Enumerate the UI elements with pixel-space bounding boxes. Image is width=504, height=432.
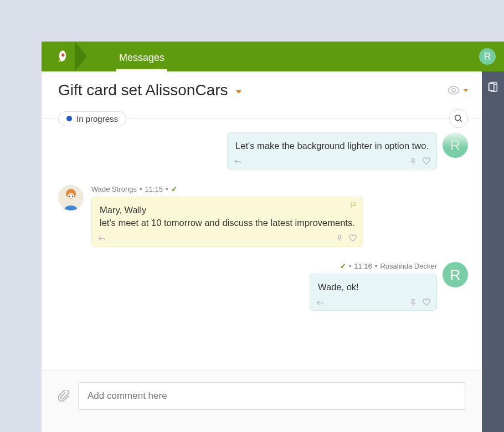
check-icon: ✓ — [171, 185, 177, 193]
message-text: Let's make the background lighter in opt… — [235, 141, 429, 151]
sender-avatar[interactable]: R — [443, 132, 468, 158]
author-name: Rosalinda Decker — [380, 262, 437, 270]
message-row: Let's make the background lighter in opt… — [58, 132, 468, 169]
flag-icon[interactable] — [349, 202, 357, 209]
status-pill[interactable]: In progress — [58, 111, 126, 126]
attach-button[interactable] — [58, 390, 70, 402]
user-avatar[interactable]: R — [479, 48, 496, 65]
svg-point-0 — [61, 53, 65, 56]
message-time: 11:15 — [145, 185, 163, 193]
tab-messages[interactable]: Messages — [108, 52, 176, 71]
check-icon: ✓ — [340, 262, 346, 270]
heart-icon[interactable] — [348, 234, 357, 243]
message-bubble[interactable]: Mary, Wally let's meet at 10 tomorrow an… — [91, 197, 363, 246]
watchers-button[interactable] — [447, 84, 468, 97]
message-meta: Wade Strongs • 11:15 • ✓ — [91, 185, 177, 193]
avatar-initial: R — [450, 137, 461, 154]
bubble-actions — [316, 298, 431, 307]
pin-icon[interactable] — [409, 298, 418, 307]
sender-avatar[interactable]: R — [443, 262, 468, 287]
bubble-actions — [233, 157, 431, 166]
logo-chevron — [75, 42, 87, 71]
svg-point-1 — [452, 89, 455, 92]
message-row: ✓ • 11:16 • Rosalinda Decker Wade, ok! — [58, 262, 468, 311]
search-icon — [454, 114, 464, 124]
message-text: Wade, ok! — [318, 282, 359, 292]
avatar-initial: R — [450, 266, 461, 284]
composer-area — [42, 371, 482, 432]
tabs: Messages — [108, 42, 176, 71]
topbar: Messages R — [42, 42, 504, 71]
message-row: Wade Strongs • 11:15 • ✓ — [58, 185, 468, 246]
copy-icon — [487, 80, 499, 92]
message-bubble[interactable]: Wade, ok! — [310, 274, 437, 311]
paperclip-icon — [58, 390, 70, 402]
status-row: In progress — [42, 105, 482, 132]
thread-search-button[interactable] — [449, 109, 468, 128]
message-time: 11:16 — [354, 262, 372, 270]
rocket-icon — [53, 48, 69, 65]
message-bubble[interactable]: Let's make the background lighter in opt… — [227, 132, 437, 169]
heart-icon[interactable] — [422, 157, 431, 166]
meta-sep: • — [166, 185, 168, 193]
eye-icon — [447, 84, 460, 97]
title-dropdown-caret[interactable] — [236, 90, 241, 94]
reply-icon[interactable] — [316, 298, 325, 307]
svg-point-2 — [455, 115, 461, 121]
pin-icon[interactable] — [335, 234, 344, 243]
reply-icon[interactable] — [233, 157, 242, 166]
watchers-caret-icon — [464, 89, 468, 92]
main-pane: Gift card set AlissonCars In progress — [42, 71, 482, 432]
meta-sep: • — [349, 262, 352, 270]
heart-icon[interactable] — [422, 298, 431, 307]
status-label: In progress — [76, 114, 118, 124]
message-text-line1: Mary, Wally — [100, 204, 355, 217]
author-name: Wade Strongs — [91, 185, 137, 193]
page-title: Gift card set AlissonCars — [58, 81, 228, 99]
app-window: Messages R Gift card set AlissonCars — [42, 42, 504, 432]
bubble-actions — [97, 234, 357, 243]
reply-icon[interactable] — [97, 234, 106, 243]
avatar-initial: R — [484, 51, 491, 63]
pin-icon[interactable] — [409, 157, 418, 166]
meta-sep: • — [375, 262, 378, 270]
app-logo[interactable] — [42, 42, 80, 71]
copy-button[interactable] — [487, 80, 499, 92]
meta-sep: • — [140, 185, 142, 193]
status-dot — [66, 116, 72, 121]
svg-point-7 — [69, 196, 70, 197]
body-row: Gift card set AlissonCars In progress — [42, 71, 504, 432]
message-col: Let's make the background lighter in opt… — [227, 132, 437, 169]
message-text-line2: let's meet at 10 tomorrow and discuss th… — [100, 217, 355, 229]
svg-point-8 — [72, 196, 73, 197]
user-avatar-icon — [58, 185, 84, 210]
sender-avatar[interactable] — [58, 185, 84, 210]
message-thread: Let's make the background lighter in opt… — [42, 132, 482, 371]
message-meta: ✓ • 11:16 • Rosalinda Decker — [340, 262, 437, 270]
tab-label: Messages — [119, 52, 164, 63]
side-rail — [482, 71, 504, 432]
comment-input[interactable] — [78, 382, 465, 410]
topbar-right: R — [479, 48, 496, 65]
title-row: Gift card set AlissonCars — [42, 71, 482, 105]
